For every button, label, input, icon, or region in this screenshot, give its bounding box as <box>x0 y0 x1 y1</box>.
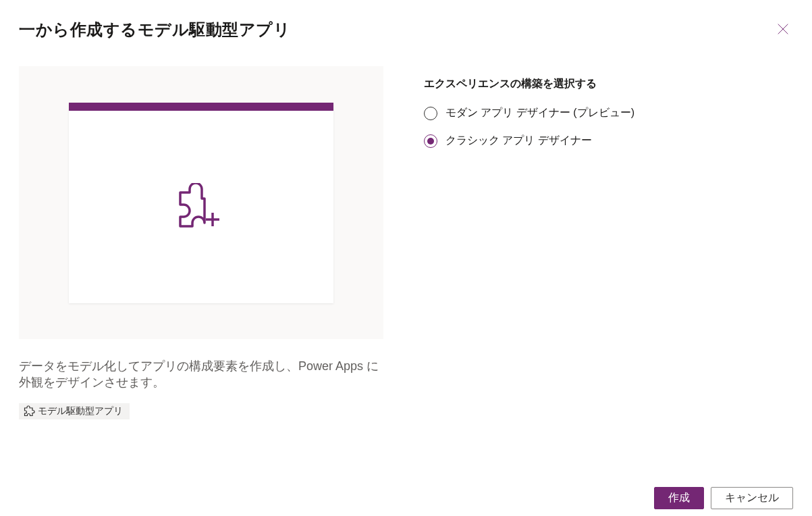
options-heading: エクスペリエンスの構築を選択する <box>424 77 634 91</box>
puzzle-plus-icon <box>178 183 225 230</box>
radio-modern-designer[interactable]: モダン アプリ デザイナー (プレビュー) <box>424 106 634 120</box>
cancel-button[interactable]: キャンセル <box>711 487 793 509</box>
radio-indicator <box>424 107 437 120</box>
puzzle-icon <box>23 405 35 417</box>
radio-indicator <box>424 134 437 148</box>
close-icon <box>776 22 790 36</box>
template-description: データをモデル化してアプリの構成要素を作成し、Power Apps に外観をデザ… <box>19 358 383 391</box>
badge-label: モデル駆動型アプリ <box>38 405 123 417</box>
close-button[interactable] <box>773 19 793 39</box>
dialog-title: 一から作成するモデル駆動型アプリ <box>19 19 290 41</box>
preview-card-accent-bar <box>69 103 333 111</box>
radio-classic-designer-label: クラシック アプリ デザイナー <box>445 134 592 148</box>
preview-card <box>69 103 333 303</box>
app-type-badge: モデル駆動型アプリ <box>19 403 130 419</box>
radio-modern-designer-label: モダン アプリ デザイナー (プレビュー) <box>445 106 634 120</box>
template-preview-panel <box>19 66 383 339</box>
radio-classic-designer[interactable]: クラシック アプリ デザイナー <box>424 134 634 148</box>
create-button[interactable]: 作成 <box>654 487 704 509</box>
